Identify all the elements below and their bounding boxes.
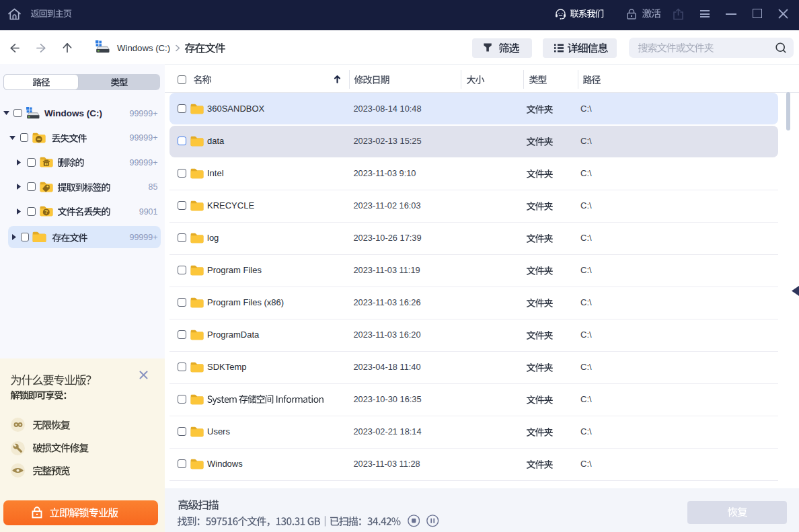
svg-text:?: ? [44,210,48,216]
